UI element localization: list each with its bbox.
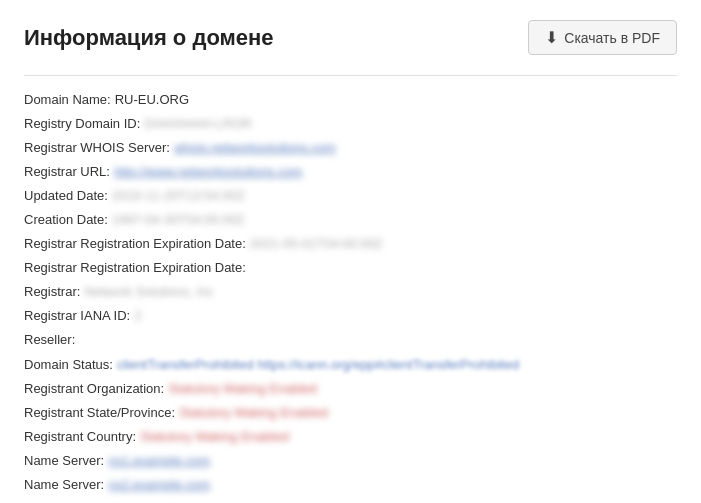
expiry-label2: Registrar Registration Expiration Date: <box>24 256 246 280</box>
whois-row-reg-country: Registrant Country: Statutory Making Ena… <box>24 425 677 449</box>
dnssec-label: DNSSEC: <box>24 497 82 503</box>
ns1-value: ns1.example.com <box>108 449 210 473</box>
updated-value: 2019-11-20T13:54:00Z <box>112 184 245 208</box>
header-divider <box>24 75 677 76</box>
ns2-label: Name Server: <box>24 473 104 497</box>
whois-content: Domain Name: RU-EU.ORG Registry Domain I… <box>24 88 677 503</box>
registrar-url-label: Registrar URL: <box>24 160 110 184</box>
expiry-value1: 2021-05-01T04:00:00Z <box>250 232 383 256</box>
whois-row-reseller: Reseller: <box>24 328 677 352</box>
ns2-value: ns2.example.com <box>108 473 210 497</box>
page-header: Информация о домене ⬇ Скачать в PDF <box>24 20 677 55</box>
registry-id-value: D########-LROR <box>144 112 252 136</box>
whois-row-dnssec: DNSSEC: unsigned <box>24 497 677 503</box>
creation-label: Creation Date: <box>24 208 108 232</box>
status-label: Domain Status: <box>24 353 113 377</box>
reseller-label: Reseller: <box>24 328 75 352</box>
reg-org-label: Registrant Organization: <box>24 377 164 401</box>
download-icon: ⬇ <box>545 28 558 47</box>
domain-name-value: RU-EU.ORG <box>115 88 189 112</box>
whois-row-registry-id: Registry Domain ID: D########-LROR <box>24 112 677 136</box>
whois-row-expiry2: Registrar Registration Expiration Date: <box>24 256 677 280</box>
reg-org-value: Statutory Making Enabled <box>168 377 317 401</box>
download-pdf-button[interactable]: ⬇ Скачать в PDF <box>528 20 677 55</box>
iana-value: 2 <box>134 304 141 328</box>
whois-row-status: Domain Status: clientTransferProhibited … <box>24 353 677 377</box>
registrar-url-value: http://www.networksolutions.com <box>114 160 303 184</box>
whois-row-registrar-url: Registrar URL: http://www.networksolutio… <box>24 160 677 184</box>
registrar-whois-value: whois.networksolutions.com <box>174 136 336 160</box>
reg-state-value: Statutory Making Enabled <box>179 401 328 425</box>
dnssec-value: unsigned <box>86 497 139 503</box>
registrar-value: Network Solutions, Inc <box>84 280 213 304</box>
whois-row-expiry1: Registrar Registration Expiration Date: … <box>24 232 677 256</box>
status-value: clientTransferProhibited https://icann.o… <box>117 353 519 377</box>
domain-name-label: Domain Name: <box>24 88 111 112</box>
whois-row-registrar-whois: Registrar WHOIS Server: whois.networksol… <box>24 136 677 160</box>
registrar-whois-label: Registrar WHOIS Server: <box>24 136 170 160</box>
whois-row-registrar: Registrar: Network Solutions, Inc <box>24 280 677 304</box>
whois-row-updated: Updated Date: 2019-11-20T13:54:00Z <box>24 184 677 208</box>
whois-row-creation: Creation Date: 1997-04-30T04:00:00Z <box>24 208 677 232</box>
whois-row-ns2: Name Server: ns2.example.com <box>24 473 677 497</box>
creation-value: 1997-04-30T04:00:00Z <box>112 208 245 232</box>
download-button-label: Скачать в PDF <box>564 30 660 46</box>
reg-country-value: Statutory Making Enabled <box>140 425 289 449</box>
whois-row-ns1: Name Server: ns1.example.com <box>24 449 677 473</box>
reg-country-label: Registrant Country: <box>24 425 136 449</box>
ns1-label: Name Server: <box>24 449 104 473</box>
registry-id-label: Registry Domain ID: <box>24 112 140 136</box>
reg-state-label: Registrant State/Province: <box>24 401 175 425</box>
expiry-label1: Registrar Registration Expiration Date: <box>24 232 246 256</box>
whois-row-reg-org: Registrant Organization: Statutory Makin… <box>24 377 677 401</box>
whois-row-reg-state: Registrant State/Province: Statutory Mak… <box>24 401 677 425</box>
updated-label: Updated Date: <box>24 184 108 208</box>
registrar-label: Registrar: <box>24 280 80 304</box>
page-title: Информация о домене <box>24 25 274 51</box>
iana-label: Registrar IANA ID: <box>24 304 130 328</box>
whois-row-iana: Registrar IANA ID: 2 <box>24 304 677 328</box>
whois-row-domain-name: Domain Name: RU-EU.ORG <box>24 88 677 112</box>
